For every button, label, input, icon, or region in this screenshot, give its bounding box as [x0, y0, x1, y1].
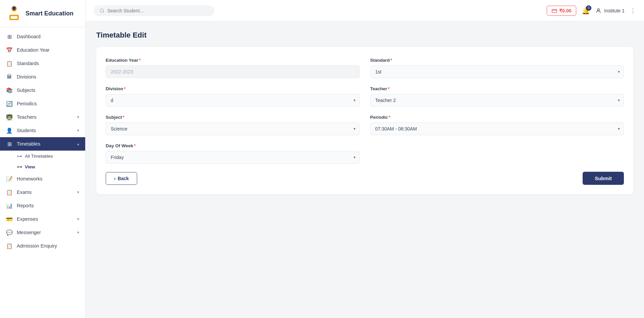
standard-group: Standard* 1st 2nd 3rd 4th 5th ▾	[370, 58, 624, 78]
education-year-label: Education Year*	[106, 58, 360, 63]
sidebar-item-expenses[interactable]: 💳 Expenses ▾	[0, 212, 85, 226]
user-icon	[595, 8, 601, 14]
sidebar-item-education-year[interactable]: 📅 Education Year	[0, 43, 85, 57]
sidebar-item-periodics[interactable]: 🔄 Periodics	[0, 97, 85, 110]
user-name: Institute 1	[604, 8, 625, 13]
search-input[interactable]	[107, 8, 208, 13]
teacher-label: Teacher*	[370, 86, 624, 91]
sidebar-item-label-homeworks: Homeworks	[17, 176, 43, 181]
standard-label: Standard*	[370, 58, 624, 63]
sidebar-item-label-divisions: Divisions	[17, 74, 36, 80]
sidebar-subitem-label-all-timetables: All Timetables	[25, 154, 53, 159]
sidebar-item-label-exams: Exams	[17, 190, 32, 195]
sidebar: Smart Education ⊞ Dashboard 📅 Education …	[0, 0, 86, 318]
education-year-group: Education Year*	[106, 58, 360, 78]
sidebar-item-dashboard[interactable]: ⊞ Dashboard	[0, 30, 85, 43]
education-year-input	[106, 65, 360, 78]
division-label: Division*	[106, 86, 360, 91]
standard-select-wrapper: 1st 2nd 3rd 4th 5th ▾	[370, 65, 624, 78]
exams-icon: 📋	[6, 189, 13, 196]
wallet-button[interactable]: ₹0.00	[547, 6, 576, 16]
teachers-chevron: ▾	[77, 115, 79, 119]
header-right: ₹0.00 🔔 0 Institute 1 ⋮	[547, 6, 636, 16]
sidebar-subitem-view[interactable]: ⊶ View	[0, 161, 85, 172]
sidebar-item-standards[interactable]: 📋 Standards	[0, 57, 85, 70]
day-of-week-select[interactable]: Monday Tuesday Wednesday Thursday Friday…	[106, 151, 360, 164]
sidebar-subitem-all-timetables[interactable]: ⊶ All Timetables	[0, 151, 85, 161]
timetables-chevron: ▴	[77, 142, 79, 146]
students-chevron: ▾	[77, 128, 79, 133]
notification-badge: 0	[586, 5, 591, 11]
sidebar-item-homeworks[interactable]: 📝 Homeworks	[0, 172, 85, 186]
submit-button[interactable]: Submit	[583, 172, 624, 185]
sidebar-item-admission-enquiry[interactable]: 📋 Admission Enquiry	[0, 239, 85, 253]
sidebar-subitem-label-view: View	[25, 164, 35, 169]
subjects-icon: 📚	[6, 87, 13, 94]
form-actions: ‹ Back Submit	[106, 172, 624, 185]
user-menu-button[interactable]: Institute 1	[595, 8, 625, 14]
subject-group: Subject* Math Science English History ▾	[106, 115, 360, 135]
sidebar-item-label-expenses: Expenses	[17, 216, 38, 222]
sidebar-item-label-education-year: Education Year	[17, 47, 50, 53]
standard-select[interactable]: 1st 2nd 3rd 4th 5th	[370, 65, 624, 78]
teacher-select[interactable]: Teacher 1 Teacher 2 Teacher 3	[370, 94, 624, 107]
exams-chevron: ▾	[77, 190, 79, 195]
svg-point-8	[597, 9, 599, 11]
sidebar-item-exams[interactable]: 📋 Exams ▾	[0, 186, 85, 199]
sidebar-item-label-teachers: Teachers	[17, 114, 37, 120]
sidebar-item-label-timetables: Timetables	[17, 141, 40, 147]
sidebar-item-messenger[interactable]: 💬 Messenger ▾	[0, 226, 85, 239]
periodic-group: Periodic* 07:30AM - 08:30AM 08:30AM - 09…	[370, 115, 624, 135]
day-of-week-select-wrapper: Monday Tuesday Wednesday Thursday Friday…	[106, 151, 360, 164]
sidebar-item-reports[interactable]: 📊 Reports	[0, 199, 85, 212]
sidebar-item-label-students: Students	[17, 128, 36, 133]
division-select-wrapper: a b c d e ▾	[106, 94, 360, 107]
back-button[interactable]: ‹ Back	[106, 172, 137, 185]
periodic-select[interactable]: 07:30AM - 08:30AM 08:30AM - 09:30AM 09:3…	[370, 122, 624, 135]
logo-area: Smart Education	[0, 0, 85, 27]
sidebar-item-subjects[interactable]: 📚 Subjects	[0, 84, 85, 97]
main-area: ₹0.00 🔔 0 Institute 1 ⋮ Timetable Edit	[86, 0, 644, 318]
day-of-week-label: Day Of Week*	[106, 143, 360, 148]
back-chevron-icon: ‹	[114, 176, 116, 181]
sidebar-item-label-admission-enquiry: Admission Enquiry	[17, 243, 57, 249]
form-row-3: Subject* Math Science English History ▾	[106, 115, 624, 135]
subject-label: Subject*	[106, 115, 360, 120]
sidebar-item-timetables[interactable]: ⊞ Timetables ▴	[0, 137, 85, 151]
back-button-label: Back	[118, 176, 129, 181]
periodics-icon: 🔄	[6, 100, 13, 107]
sidebar-item-label-subjects: Subjects	[17, 88, 36, 93]
more-options-icon[interactable]: ⋮	[630, 7, 636, 14]
sidebar-item-teachers[interactable]: 👨‍🏫 Teachers ▾	[0, 110, 85, 124]
svg-point-4	[12, 6, 16, 10]
teacher-group: Teacher* Teacher 1 Teacher 2 Teacher 3 ▾	[370, 86, 624, 107]
sidebar-item-label-standards: Standards	[17, 61, 39, 66]
subject-select-wrapper: Math Science English History ▾	[106, 122, 360, 135]
subject-select[interactable]: Math Science English History	[106, 122, 360, 135]
all-timetables-dot: ⊶	[17, 153, 22, 159]
wallet-icon	[552, 9, 557, 13]
reports-icon: 📊	[6, 202, 13, 209]
sidebar-item-students[interactable]: 👤 Students ▾	[0, 124, 85, 137]
education-year-icon: 📅	[6, 47, 13, 53]
sidebar-item-label-messenger: Messenger	[17, 230, 41, 235]
standards-icon: 📋	[6, 60, 13, 67]
sidebar-item-label-dashboard: Dashboard	[17, 34, 41, 39]
division-select[interactable]: a b c d e	[106, 94, 360, 107]
svg-line-6	[103, 11, 104, 12]
divisions-icon: 🏛	[6, 73, 13, 80]
dashboard-icon: ⊞	[6, 33, 13, 40]
messenger-chevron: ▾	[77, 230, 79, 235]
app-name: Smart Education	[25, 10, 73, 17]
submit-button-label: Submit	[595, 175, 612, 181]
homeworks-icon: 📝	[6, 175, 13, 182]
svg-rect-3	[11, 16, 17, 19]
page-title: Timetable Edit	[96, 31, 633, 40]
content-area: Timetable Edit Education Year* Standard*	[86, 21, 644, 318]
expenses-chevron: ▾	[77, 217, 79, 221]
timetables-icon: ⊞	[6, 141, 13, 147]
sidebar-item-divisions[interactable]: 🏛 Divisions	[0, 70, 85, 84]
search-box[interactable]	[94, 5, 214, 16]
form-row-1: Education Year* Standard* 1st 2nd 3rd 4t…	[106, 58, 624, 78]
notification-button[interactable]: 🔔 0	[582, 7, 590, 15]
